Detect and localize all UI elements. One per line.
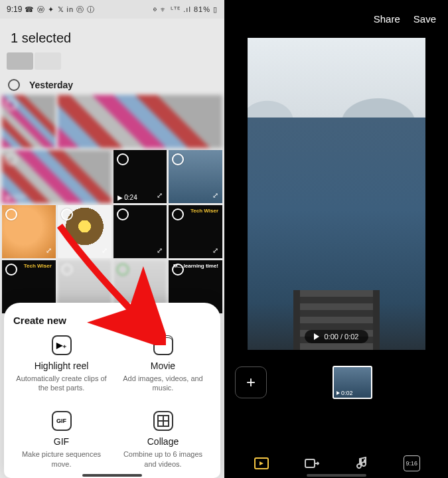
svg-rect-1 bbox=[305, 459, 315, 467]
select-circle-icon[interactable] bbox=[117, 264, 129, 276]
select-circle-icon[interactable] bbox=[172, 208, 184, 220]
grid-thumb[interactable]: ▶ 0:24 ⤢ bbox=[113, 150, 167, 203]
pinned-thumbnails bbox=[0, 52, 224, 75]
editor-toolbar: 9:16 bbox=[224, 455, 448, 471]
play-icon bbox=[314, 333, 319, 340]
option-desc: Add images, videos, and music. bbox=[117, 374, 208, 393]
option-desc: Automatically create clips of the best p… bbox=[16, 374, 107, 393]
pinned-thumb[interactable] bbox=[35, 52, 61, 70]
thumb-caption: Tech Wiser bbox=[190, 208, 218, 214]
pinned-thumb[interactable] bbox=[7, 52, 33, 70]
option-desc: Combine up to 6 images and videos. bbox=[117, 449, 208, 469]
video-duration: ▶ 0:57 bbox=[6, 194, 26, 201]
tool-music-button[interactable] bbox=[353, 455, 372, 471]
video-play-control[interactable]: 0:00 / 0:02 bbox=[305, 330, 368, 343]
video-time: 0:00 / 0:02 bbox=[325, 333, 359, 341]
expand-icon: ⤢ bbox=[212, 246, 218, 255]
status-bar: 9:19 ☎ ⓦ ✦ 𝕏 in ⓝ ⓘ ◎ ᯤ ᴸᵀᴱ .ıl 81% ▯ bbox=[0, 0, 224, 19]
expand-icon: ⤢ bbox=[46, 246, 52, 255]
select-circle-icon[interactable] bbox=[5, 208, 17, 220]
grid-thumb[interactable]: ⤢ bbox=[2, 205, 56, 258]
expand-icon: ⤢ bbox=[157, 246, 163, 255]
tool-transition-button[interactable] bbox=[303, 455, 321, 471]
thumb-caption: M... learning time! bbox=[173, 263, 218, 269]
select-circle-icon[interactable] bbox=[61, 208, 73, 220]
preview-image-mountains bbox=[248, 38, 425, 118]
option-title: Collage bbox=[117, 436, 208, 447]
expand-icon: ⤢ bbox=[102, 246, 108, 255]
timeline-strip: + 0:02 bbox=[224, 366, 448, 399]
timeline-clip[interactable]: 0:02 bbox=[333, 366, 372, 399]
option-title: GIF bbox=[16, 436, 107, 447]
save-button[interactable]: Save bbox=[413, 13, 436, 25]
option-title: Highlight reel bbox=[16, 360, 107, 371]
photo-grid: ▶ 0:57 ▶ 0:24 ⤢ ⤢ ⤢ ⤢ ⤢ Tech Wiser ⤢ bbox=[0, 95, 224, 313]
sheet-title: Create new bbox=[13, 315, 211, 326]
date-section-header[interactable]: Yesterday bbox=[0, 75, 224, 95]
thumb-caption: Tech Wiser bbox=[24, 263, 52, 269]
select-all-circle-icon[interactable] bbox=[8, 79, 20, 91]
option-gif[interactable]: GIF GIF Make picture sequences move. bbox=[13, 411, 110, 469]
gif-icon: GIF bbox=[52, 411, 72, 431]
expand-icon: ⤢ bbox=[212, 191, 218, 200]
add-clip-button[interactable]: + bbox=[235, 366, 267, 398]
select-circle-icon[interactable] bbox=[117, 153, 129, 165]
collage-icon bbox=[153, 411, 173, 431]
nav-gesture-bar bbox=[307, 474, 366, 477]
status-left-icons: ☎ ⓦ ✦ 𝕏 in ⓝ ⓘ bbox=[25, 5, 95, 15]
option-collage[interactable]: Collage Combine up to 6 images and video… bbox=[115, 411, 211, 469]
option-highlight-reel[interactable]: ▶₊ Highlight reel Automatically create c… bbox=[13, 335, 110, 393]
select-circle-icon[interactable] bbox=[117, 208, 129, 220]
play-icon bbox=[336, 391, 340, 395]
select-circle-icon[interactable] bbox=[61, 264, 73, 276]
movie-icon bbox=[153, 335, 173, 355]
expand-icon: ⤢ bbox=[157, 191, 163, 200]
create-new-sheet: Create new ▶₊ Highlight reel Automatical… bbox=[4, 303, 220, 478]
grid-thumb[interactable]: ⤢ bbox=[113, 205, 167, 258]
grid-thumb[interactable] bbox=[58, 95, 222, 148]
grid-thumb[interactable]: ⤢ bbox=[58, 205, 112, 258]
grid-thumb[interactable]: ⤢ bbox=[169, 150, 222, 203]
select-circle-icon[interactable] bbox=[5, 98, 17, 110]
clip-duration: 0:02 bbox=[336, 390, 353, 396]
grid-thumb[interactable]: ▶ 0:57 bbox=[2, 150, 112, 203]
video-preview[interactable]: 0:00 / 0:02 bbox=[248, 38, 425, 350]
option-movie[interactable]: Movie Add images, videos, and music. bbox=[115, 335, 211, 393]
highlight-reel-icon: ▶₊ bbox=[52, 335, 72, 355]
tool-clips-button[interactable] bbox=[252, 455, 271, 471]
option-title: Movie bbox=[117, 360, 208, 371]
nav-gesture-bar bbox=[82, 474, 142, 477]
tool-aspect-button[interactable]: 9:16 bbox=[404, 455, 421, 471]
option-desc: Make picture sequences move. bbox=[16, 449, 107, 469]
page-title: 1 selected bbox=[0, 19, 224, 52]
select-circle-icon[interactable] bbox=[5, 264, 17, 276]
grid-thumb[interactable] bbox=[2, 95, 56, 148]
section-label: Yesterday bbox=[29, 80, 73, 90]
grid-thumb[interactable]: Tech Wiser ⤢ bbox=[169, 205, 222, 258]
select-circle-icon[interactable] bbox=[5, 153, 17, 165]
status-right-icons: ◎ ᯤ ᴸᵀᴱ .ıl 81% ▯ bbox=[153, 5, 218, 14]
status-time: 9:19 bbox=[7, 5, 22, 14]
share-button[interactable]: Share bbox=[374, 13, 400, 25]
video-duration: ▶ 0:24 bbox=[117, 194, 137, 201]
select-circle-icon[interactable] bbox=[172, 153, 184, 165]
